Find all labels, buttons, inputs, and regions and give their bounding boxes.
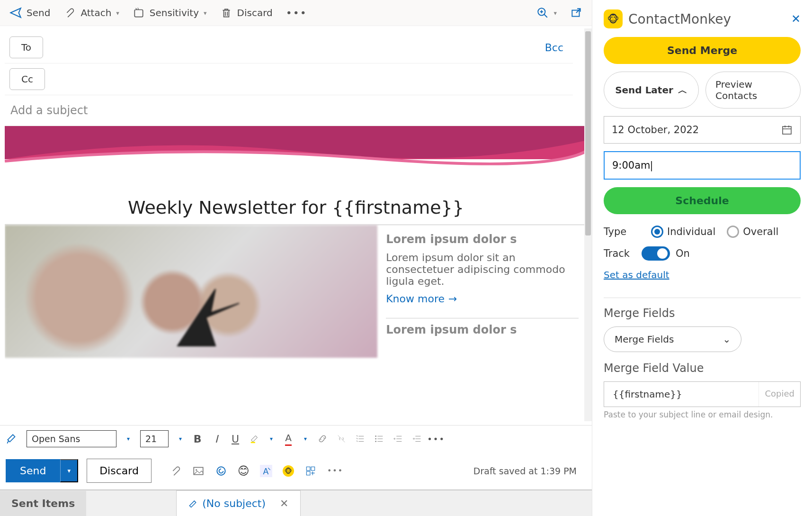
cc-field[interactable] <box>45 70 573 89</box>
tab-sent-items[interactable]: Sent Items <box>0 491 86 516</box>
know-more-link[interactable]: Know more→ <box>386 293 457 305</box>
highlight-button[interactable] <box>249 434 259 444</box>
send-button[interactable]: Send <box>9 7 50 19</box>
bold-button[interactable]: B <box>192 434 203 444</box>
attach-button[interactable]: Attach ▾ <box>63 7 119 19</box>
sensitivity-button[interactable]: Sensitivity ▾ <box>133 7 207 19</box>
date-input[interactable]: 12 October, 2022 <box>604 116 801 144</box>
zoom-button[interactable]: ▾ <box>536 7 557 19</box>
radio-overall[interactable] <box>727 226 739 238</box>
apps-icon[interactable] <box>304 465 317 477</box>
brand-name: ContactMonkey <box>628 11 731 27</box>
svg-rect-0 <box>134 10 143 17</box>
pencil-icon <box>188 499 197 508</box>
merge-field-hint: Paste to your subject line or email desi… <box>604 410 801 419</box>
send-label: Send <box>27 7 50 18</box>
close-tab-icon[interactable]: ✕ <box>280 498 288 509</box>
cursor-arrow-icon <box>154 261 258 355</box>
emoji-icon[interactable]: 😊 <box>238 464 250 478</box>
font-size-select[interactable]: 21 <box>140 430 169 447</box>
top-toolbar: Send Attach ▾ Sensitivity ▾ Discard ••• … <box>0 0 592 26</box>
svg-rect-14 <box>306 471 310 475</box>
banner-image <box>5 126 587 183</box>
popout-icon <box>570 7 582 19</box>
scrollbar[interactable] <box>584 28 592 421</box>
time-input[interactable]: 9:00am <box>604 151 801 180</box>
radio-individual[interactable] <box>651 226 663 238</box>
popout-button[interactable] <box>570 7 582 19</box>
svg-point-10 <box>217 467 225 475</box>
email-body[interactable]: Weekly Newsletter for {{firstname}} Lore… <box>5 126 587 425</box>
contactmonkey-addin-icon[interactable]: 🐵 <box>283 465 294 477</box>
format-toolbar: Open Sans▾ 21▾ B I U ▾ A▾ ••• <box>0 425 592 452</box>
merge-fields-dropdown[interactable]: Merge Fields ⌄ <box>604 326 741 352</box>
content-image <box>5 225 377 358</box>
svg-rect-12 <box>306 467 310 471</box>
more-actions-icon[interactable]: ••• <box>327 466 343 475</box>
svg-point-5 <box>375 435 376 437</box>
indent-button[interactable] <box>412 434 422 444</box>
bullet-list-button[interactable] <box>374 434 384 444</box>
draft-status: Draft saved at 1:39 PM <box>473 466 577 476</box>
underline-button[interactable]: U <box>230 434 241 444</box>
link-button[interactable] <box>317 434 328 444</box>
send-merge-button[interactable]: Send Merge <box>604 37 801 64</box>
subject-field[interactable] <box>5 95 592 126</box>
cc-button[interactable]: Cc <box>9 68 45 90</box>
chevron-down-icon[interactable]: ▾ <box>177 434 184 444</box>
to-button[interactable]: To <box>9 36 43 58</box>
chevron-up-icon: ︿ <box>678 84 687 97</box>
format-painter-icon[interactable] <box>6 433 18 445</box>
send-later-button[interactable]: Send Later ︿ <box>604 72 699 109</box>
unlink-button[interactable] <box>336 434 347 444</box>
picture-icon[interactable] <box>192 465 205 477</box>
send-button-bottom[interactable]: Send <box>6 459 60 482</box>
numbered-list-button[interactable] <box>355 434 366 444</box>
to-field[interactable] <box>43 38 545 57</box>
sensitivity-icon <box>133 7 145 19</box>
preview-contacts-button[interactable]: Preview Contacts <box>705 72 801 109</box>
chevron-down-icon: ⌄ <box>723 334 731 345</box>
chevron-down-icon[interactable]: ▾ <box>125 434 132 444</box>
tab-no-subject[interactable]: (No subject) ✕ <box>176 490 300 516</box>
more-format-button[interactable]: ••• <box>431 434 441 444</box>
chevron-down-icon: ▾ <box>204 9 207 17</box>
merge-field-value-heading: Merge Field Value <box>604 362 801 375</box>
track-on-label: On <box>676 248 690 259</box>
sensitivity-label: Sensitivity <box>150 7 199 18</box>
svg-rect-4 <box>251 442 255 443</box>
font-color-button[interactable]: A <box>283 434 294 444</box>
merge-field-value-box[interactable]: {{firstname}} Copied <box>604 381 801 407</box>
svg-point-7 <box>375 441 376 442</box>
track-toggle[interactable] <box>642 246 670 261</box>
discard-button[interactable]: Discard <box>220 7 273 19</box>
attach-icon[interactable] <box>170 465 182 477</box>
bcc-button[interactable]: Bcc <box>545 42 563 54</box>
bottom-toolbar: Send ▾ Discard 😊 A 🐵 ••• Draft saved at … <box>0 452 592 489</box>
outdent-button[interactable] <box>393 434 403 444</box>
close-panel-icon[interactable]: ✕ <box>791 12 801 26</box>
chevron-down-icon[interactable]: ▾ <box>268 434 275 444</box>
chevron-down-icon[interactable]: ▾ <box>302 434 309 444</box>
article-text: Lorem ipsum dolor sit an consectetuer ad… <box>386 252 579 287</box>
font-select[interactable]: Open Sans <box>27 430 116 447</box>
editor-icon[interactable]: A <box>260 465 272 477</box>
italic-button[interactable]: I <box>211 434 222 444</box>
calendar-icon <box>781 124 793 136</box>
schedule-button[interactable]: Schedule <box>604 187 801 214</box>
discard-button-bottom[interactable]: Discard <box>87 459 152 483</box>
svg-point-9 <box>196 469 197 471</box>
loop-icon[interactable] <box>215 465 227 477</box>
compose-header: To Bcc Cc <box>0 26 592 126</box>
article-block: Lorem ipsum dolor s Lorem ipsum dolor si… <box>377 225 587 358</box>
trash-icon <box>220 7 232 19</box>
copied-label: Copied <box>758 382 800 407</box>
contactmonkey-logo-icon: 🐵 <box>604 9 623 28</box>
merge-fields-heading: Merge Fields <box>604 307 801 320</box>
set-default-link[interactable]: Set as default <box>604 269 801 281</box>
more-button[interactable]: ••• <box>286 7 307 19</box>
type-label: Type <box>604 226 642 237</box>
individual-label: Individual <box>667 226 715 237</box>
contactmonkey-panel: 🐵 ContactMonkey ✕ Send Merge Send Later … <box>592 0 812 516</box>
send-split-button[interactable]: ▾ <box>60 459 78 482</box>
